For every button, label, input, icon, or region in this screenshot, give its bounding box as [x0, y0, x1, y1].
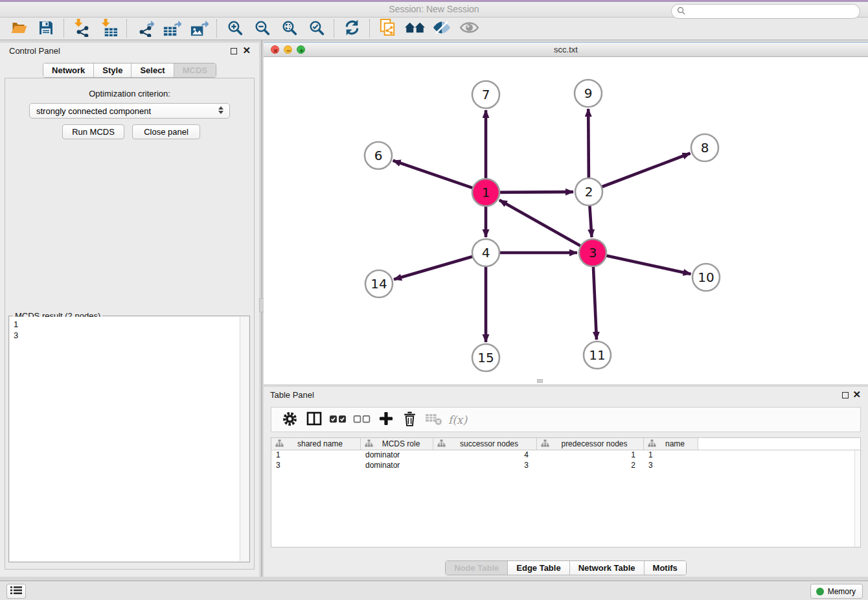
refresh-view-button[interactable]: [338, 18, 365, 39]
table-tab-motifs[interactable]: Motifs: [645, 561, 686, 575]
show-all-button[interactable]: [455, 18, 483, 39]
delete-row-button[interactable]: [398, 410, 422, 430]
edge-4-14[interactable]: [394, 256, 474, 279]
graph-node-9[interactable]: 9: [575, 80, 602, 107]
graph-node-2[interactable]: 2: [575, 178, 602, 205]
export-network-icon: [135, 18, 154, 39]
graph-node-10[interactable]: 10: [692, 264, 720, 291]
tree-icon: [644, 439, 659, 449]
graph-node-8[interactable]: 8: [691, 134, 718, 161]
canvas-scroll-handle[interactable]: [537, 379, 543, 383]
zoom-fit-button[interactable]: [275, 18, 303, 39]
zoom-in-button[interactable]: [221, 18, 248, 39]
export-image-button[interactable]: [185, 18, 212, 39]
column-header-successor-nodes[interactable]: successor nodes: [433, 438, 537, 450]
edge-1-6[interactable]: [393, 161, 474, 189]
cell-successor-nodes[interactable]: 4: [433, 450, 537, 461]
search-input[interactable]: [689, 6, 860, 17]
graph-node-7[interactable]: 7: [472, 81, 499, 108]
cell-name[interactable]: 3: [644, 461, 698, 471]
split-columns-button[interactable]: [302, 410, 326, 430]
graph-node-4[interactable]: 4: [472, 239, 499, 266]
table-panel: Table Panel ✕ f(x) shared nameMCDS roles…: [264, 387, 868, 577]
cell-predecessor-nodes[interactable]: 1: [537, 450, 644, 461]
memory-button[interactable]: Memory: [810, 584, 863, 599]
tab-style[interactable]: Style: [94, 63, 131, 77]
control-panel-close-button[interactable]: ✕: [242, 45, 251, 56]
table-panel-titlebar: Table Panel ✕: [264, 387, 868, 404]
cell-shared-name[interactable]: 3: [271, 461, 361, 471]
edge-3-1[interactable]: [499, 200, 582, 247]
panel-splitter[interactable]: [261, 40, 262, 577]
table-panel-title: Table Panel: [270, 390, 314, 400]
import-network-button[interactable]: [68, 18, 95, 39]
table-tab-network-table[interactable]: Network Table: [570, 561, 645, 575]
task-history-button[interactable]: [6, 584, 26, 599]
open-session-button[interactable]: [5, 18, 32, 39]
tab-network[interactable]: Network: [43, 63, 94, 77]
table-row[interactable]: 3dominator323: [271, 461, 860, 471]
column-header-MCDS-role[interactable]: MCDS role: [361, 438, 433, 450]
cell-shared-name[interactable]: 1: [271, 450, 361, 461]
graph-node-14[interactable]: 14: [365, 270, 393, 297]
column-header-predecessor-nodes[interactable]: predecessor nodes: [537, 438, 644, 450]
table-settings-button[interactable]: [278, 410, 302, 430]
clone-network-button[interactable]: [374, 18, 401, 39]
add-column-button[interactable]: [374, 410, 398, 430]
criterion-dropdown[interactable]: strongly connected component: [29, 103, 230, 119]
import-table-button[interactable]: [95, 18, 122, 39]
cell-MCDS-role[interactable]: dominator: [361, 450, 433, 461]
graph-node-11[interactable]: 11: [584, 341, 611, 369]
zoom-selected-button[interactable]: [303, 18, 330, 39]
export-network-button[interactable]: [131, 18, 158, 39]
edge-3-10[interactable]: [605, 255, 691, 274]
search-box[interactable]: [671, 4, 860, 19]
table-panel-close-button[interactable]: ✕: [852, 389, 861, 400]
birds-eye-view-icon: [405, 19, 425, 38]
edge-2-9[interactable]: [588, 109, 589, 179]
apply-function-button: f(x): [446, 410, 470, 430]
zoom-out-button[interactable]: [248, 18, 275, 39]
edge-1-2[interactable]: [498, 192, 573, 192]
save-session-button[interactable]: [32, 18, 60, 39]
table-row[interactable]: 1dominator411: [271, 450, 860, 461]
zoom-out-icon: [254, 19, 270, 38]
svg-text:9: 9: [584, 86, 593, 101]
export-table-button[interactable]: [158, 18, 185, 39]
control-panel-float-button[interactable]: [231, 48, 237, 54]
tab-mcds[interactable]: MCDS: [174, 63, 216, 77]
table-scrollbar[interactable]: [854, 450, 860, 547]
birds-eye-view-button[interactable]: [401, 18, 428, 39]
graph-node-15[interactable]: 15: [472, 344, 499, 371]
table-panel-float-button[interactable]: [842, 392, 849, 398]
apply-function-icon: f(x): [448, 413, 467, 426]
svg-text:3: 3: [589, 245, 597, 260]
cell-successor-nodes[interactable]: 3: [433, 461, 537, 471]
graph-node-6[interactable]: 6: [365, 142, 392, 169]
mcds-result-scrollbar[interactable]: [240, 317, 249, 561]
edge-2-8[interactable]: [600, 154, 691, 188]
edge-2-3[interactable]: [589, 204, 591, 237]
memory-status-icon: [816, 588, 824, 595]
column-header-name[interactable]: name: [644, 438, 698, 450]
hide-selection-button[interactable]: [428, 18, 455, 39]
column-header-shared-name[interactable]: shared name: [271, 438, 361, 450]
toolbar-separator: [334, 19, 334, 38]
graph-node-1[interactable]: 1: [472, 179, 499, 206]
network-canvas[interactable]: 7968124314101511: [264, 57, 868, 384]
search-icon: [677, 6, 685, 17]
cell-name[interactable]: 1: [644, 450, 698, 461]
table-tab-edge-table[interactable]: Edge Table: [508, 561, 569, 575]
tab-select[interactable]: Select: [131, 63, 174, 77]
select-all-rows-button[interactable]: [326, 410, 350, 430]
cell-MCDS-role[interactable]: dominator: [361, 461, 433, 471]
deselect-all-rows-button[interactable]: [350, 410, 374, 430]
table-tab-node-table[interactable]: Node Table: [446, 561, 508, 575]
mcds-result-area[interactable]: 13: [10, 317, 249, 561]
graph-node-3[interactable]: 3: [579, 239, 606, 266]
cell-predecessor-nodes[interactable]: 2: [537, 461, 644, 471]
run-mcds-button[interactable]: Run MCDS: [62, 124, 124, 139]
close-panel-button[interactable]: Close panel: [132, 124, 200, 139]
edge-3-11[interactable]: [593, 265, 597, 340]
control-panel-tabs: NetworkStyleSelectMCDS: [0, 63, 259, 78]
